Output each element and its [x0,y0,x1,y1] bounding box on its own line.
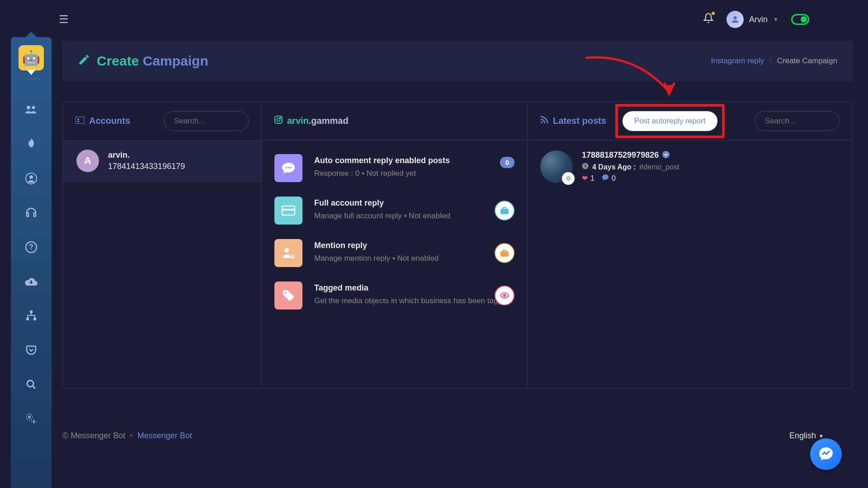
chat-fab[interactable] [810,438,842,470]
page-header: Create Campaign Instagram reply / Create… [62,41,853,81]
chat-icon [274,154,302,182]
feature-action-button[interactable] [495,243,514,263]
toggle-icon[interactable] [791,14,809,25]
post-info: 17888187529979826 4 Days Ago : #demo_pos… [582,150,679,183]
notifications-icon[interactable] [703,13,714,26]
language-selector[interactable]: English ▼ [789,431,824,441]
sidebar-item-nodes[interactable] [11,299,52,333]
chevron-down-icon: ▼ [773,16,778,23]
feature-badge: 0 [500,157,514,168]
feature-text: Full account reply Manage full account r… [314,197,514,221]
svg-point-25 [504,295,506,297]
post-item[interactable]: ⚙ 17888187529979826 4 Days Ago : [528,141,852,193]
sidebar-item-help[interactable]: ? [11,230,52,264]
feature-action-button[interactable] [495,286,514,305]
sidebar: 🤖 ? [11,37,52,488]
post-likes: ❤ 1 [582,174,594,183]
edit-icon [78,53,90,69]
svg-rect-13 [75,117,85,124]
footer: © Messenger Bot • Messenger Bot English … [62,431,853,441]
comments-count: 0 [612,174,616,183]
posts-title: Latest posts [540,116,606,126]
details-title-suffix: .gammad [309,116,349,126]
details-column: arvin.gammad Auto comment reply enabled … [262,102,528,388]
breadcrumb-current: Create Campaign [777,56,837,66]
rss-icon [540,116,548,126]
sidebar-item-user[interactable] [11,161,52,196]
feature-auto-comment[interactable]: Auto comment reply enabled posts Respons… [262,147,527,189]
feature-title: Mention reply [314,241,514,250]
sidebar-item-headset[interactable] [11,196,52,230]
post-autoreply-report-button[interactable]: Post autoreply report [623,111,717,131]
svg-point-14 [77,118,79,120]
feature-mention[interactable]: Mention reply Manage mention reply • Not… [262,232,527,274]
hamburger-icon[interactable]: ☰ [59,13,69,26]
instagram-icon [274,116,283,126]
tag-icon [274,282,302,310]
post-avatar-wrap: ⚙ [540,150,573,183]
logo-icon[interactable]: 🤖 [19,45,44,70]
account-avatar: A [76,150,99,172]
details-title-prefix: arvin [287,116,309,126]
post-stats: ❤ 1 0 [582,174,679,183]
svg-point-18 [285,167,287,169]
account-name: arvin. [108,150,185,160]
sidebar-item-search[interactable] [11,367,52,402]
feature-text: Mention reply Manage mention reply • Not… [314,239,514,263]
sidebar-item-fire[interactable] [11,127,52,161]
svg-rect-8 [26,318,29,320]
post-id-row: 17888187529979826 [582,150,679,160]
post-comments: 0 [602,174,616,183]
feature-title: Tagged media [314,283,514,293]
sidebar-item-pocket[interactable] [11,333,52,367]
card-icon [274,197,302,225]
user-avatar-icon [726,11,744,28]
feature-full-account[interactable]: Full account reply Manage full account r… [262,189,527,232]
notification-dot-icon [712,12,715,15]
footer-sep: • [130,431,132,441]
top-right: Arvin ▼ [703,11,809,28]
user-tag-icon [274,239,302,267]
svg-point-2 [32,106,35,109]
feature-action-button[interactable] [495,201,514,221]
svg-point-0 [733,16,736,19]
svg-rect-22 [282,209,295,211]
details-title: arvin.gammad [274,116,349,126]
verified-icon [662,151,670,160]
feature-desc: Response : 0 • Not replied yet [314,169,514,178]
columns: Accounts A arvin. 17841413433196179 [62,101,853,389]
sidebar-item-cloud[interactable] [11,264,52,299]
user-name: Arvin [749,15,768,24]
svg-point-12 [33,421,35,422]
page-title-text1: Create [97,53,139,68]
svg-rect-7 [30,310,33,313]
page-title-text2: Campaign [143,53,208,68]
lang-text: English [789,431,816,441]
feature-tagged[interactable]: Tagged media Get the media objects in wh… [262,274,527,317]
post-settings-icon[interactable]: ⚙ [562,172,575,185]
accounts-search-input[interactable] [164,111,249,131]
accounts-column: Accounts A arvin. 17841413433196179 [63,102,262,388]
post-id: 17888187529979826 [582,150,659,160]
sidebar-item-users[interactable] [11,93,52,127]
highlight-annotation: Post autoreply report [615,104,725,138]
feature-text: Auto comment reply enabled posts Respons… [314,154,514,178]
svg-point-23 [284,248,289,253]
svg-rect-9 [33,318,36,320]
account-item[interactable]: A arvin. 17841413433196179 [63,141,261,182]
user-menu[interactable]: Arvin ▼ [726,11,778,28]
feature-desc: Manage full account reply • Not enabled [314,211,514,221]
footer-link[interactable]: Messenger Bot [137,431,192,441]
posts-search-input[interactable] [755,111,840,131]
breadcrumb-link[interactable]: Instagram reply [711,56,764,66]
posts-title-text: Latest posts [553,116,606,126]
main: Create Campaign Instagram reply / Create… [62,41,853,488]
feature-desc: Manage mention reply • Not enabled [314,254,514,263]
accounts-title: Accounts [75,116,130,126]
post-meta: 4 Days Ago : #demo_post [582,163,679,171]
sidebar-item-settings[interactable] [11,402,52,436]
feature-title: Full account reply [314,198,514,208]
svg-point-16 [277,118,280,122]
svg-point-20 [290,167,292,169]
footer-copy: © Messenger Bot [62,431,125,441]
